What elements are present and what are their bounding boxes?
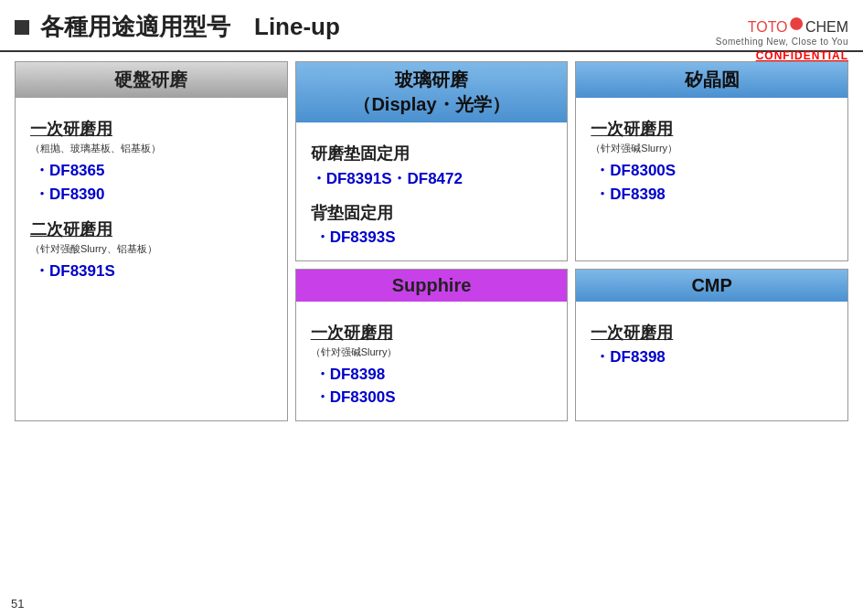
- glass-products-inline: ・DF8391S・DF8472: [311, 168, 553, 189]
- title-area: 各種用途適用型号 Line-up: [15, 11, 340, 43]
- main-content: 硬盤研磨 一次研磨用 （粗抛、玻璃基板、铝基板） DF8365 DF8390 二…: [0, 52, 863, 427]
- card-cmp-body: 一次研磨用 DF8398: [576, 309, 847, 369]
- logo-toto: TOTO: [748, 19, 788, 35]
- card-hdd-header: 硬盤研磨: [16, 62, 287, 98]
- card-supphire: Supphire 一次研磨用 （针对强碱Slurry） DF8398 DF830…: [295, 269, 569, 421]
- silicon-product-2: DF8398: [594, 183, 833, 207]
- glass-section2-title: 背垫固定用: [311, 202, 553, 224]
- card-hdd: 硬盤研磨 一次研磨用 （粗抛、玻璃基板、铝基板） DF8365 DF8390 二…: [15, 61, 288, 421]
- page-number: 51: [11, 597, 24, 611]
- card-cmp: CMP 一次研磨用 DF8398: [575, 269, 848, 421]
- hdd-product-2: DF8390: [34, 183, 272, 207]
- supphire-product-1: DF8398: [314, 363, 553, 387]
- supphire-section1-title: 一次研磨用: [311, 322, 553, 344]
- logo-area: TOTO●CHEM Something New, Close to You: [716, 7, 848, 47]
- hdd-section1-title: 一次研磨用: [30, 118, 272, 140]
- supphire-section1-subtitle: （针对强碱Slurry）: [311, 345, 553, 359]
- page-header: 各種用途適用型号 Line-up TOTO●CHEM Something New…: [0, 0, 863, 52]
- hdd-product-3: DF8391S: [34, 260, 272, 283]
- card-glass-body: 研磨垫固定用 ・DF8391S・DF8472 背垫固定用 DF8393S: [296, 130, 568, 250]
- card-glass-header: 玻璃研磨 （Display・光学）: [296, 62, 568, 122]
- confidential-label: CONFIDENTIAL: [756, 49, 848, 62]
- card-supphire-body: 一次研磨用 （针对强碱Slurry） DF8398 DF8300S: [296, 309, 568, 409]
- supphire-product-2: DF8300S: [314, 386, 553, 409]
- hdd-section2-title: 二次研磨用: [30, 218, 272, 240]
- silicon-product-1: DF8300S: [594, 159, 833, 183]
- card-silicon-header: 矽晶圆: [576, 62, 847, 98]
- card-silicon: 矽晶圆 一次研磨用 （针对强碱Slurry） DF8300S DF8398: [575, 61, 848, 261]
- silicon-section1-title: 一次研磨用: [591, 118, 833, 140]
- hdd-product-1: DF8365: [34, 159, 272, 183]
- card-cmp-header: CMP: [576, 270, 847, 302]
- hdd-section2-subtitle: （针对强酸Slurry、铝基板）: [30, 242, 272, 256]
- page-footer: 51: [11, 597, 24, 611]
- silicon-section1-subtitle: （针对强碱Slurry）: [591, 142, 833, 155]
- page-title: 各種用途適用型号 Line-up: [40, 11, 340, 43]
- cmp-product-1: DF8398: [594, 345, 833, 369]
- card-glass: 玻璃研磨 （Display・光学） 研磨垫固定用 ・DF8391S・DF8472…: [295, 61, 569, 261]
- glass-product-1: DF8393S: [314, 226, 553, 250]
- logo-tagline: Something New, Close to You: [716, 37, 848, 47]
- hdd-section1-subtitle: （粗抛、玻璃基板、铝基板）: [30, 142, 272, 155]
- cmp-section1-title: 一次研磨用: [591, 322, 833, 344]
- glass-section1-title: 研磨垫固定用: [311, 143, 553, 165]
- logo-chem: CHEM: [805, 19, 848, 35]
- logo-dot: ●: [788, 5, 805, 38]
- logo: TOTO●CHEM: [748, 7, 848, 37]
- card-supphire-header: Supphire: [296, 270, 568, 302]
- card-hdd-body: 一次研磨用 （粗抛、玻璃基板、铝基板） DF8365 DF8390 二次研磨用 …: [16, 105, 287, 283]
- title-square-icon: [15, 20, 29, 35]
- card-silicon-body: 一次研磨用 （针对强碱Slurry） DF8300S DF8398: [576, 105, 847, 206]
